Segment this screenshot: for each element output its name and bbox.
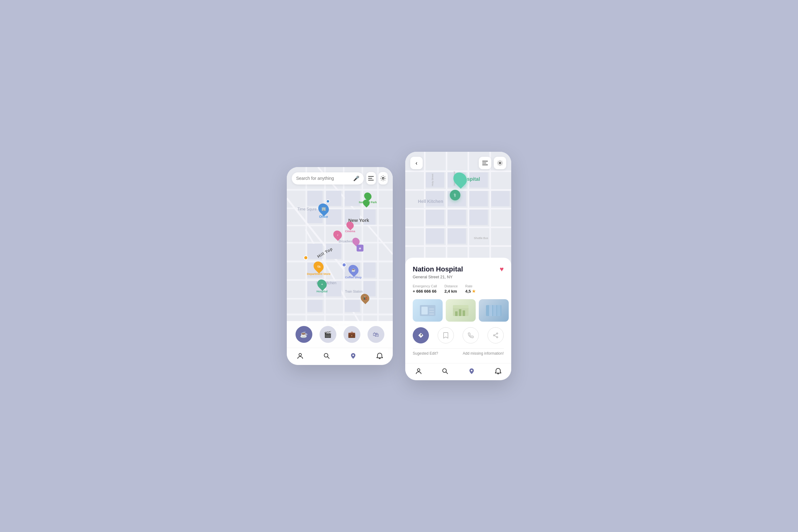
detail-nav-profile-btn[interactable]	[410, 368, 427, 375]
detail-settings-btn[interactable]	[494, 157, 506, 169]
svg-rect-79	[462, 310, 465, 316]
search-area: 🎤	[292, 172, 388, 185]
footer-links: Sugested Edit? Add missing information!	[413, 348, 504, 356]
info-row: Emergency Call + 666 666 66 Distance 2,4…	[413, 284, 504, 293]
hospital-inner-pin[interactable]: ⚕	[450, 190, 460, 201]
svg-rect-59	[426, 210, 444, 225]
svg-point-88	[493, 335, 495, 336]
search-input-wrap[interactable]: 🎤	[292, 172, 364, 185]
photo-1[interactable]	[413, 299, 443, 322]
svg-rect-82	[489, 305, 492, 316]
call-btn[interactable]	[462, 327, 479, 343]
svg-text:Holy Street: Holy Street	[431, 174, 434, 186]
directions-btn[interactable]: ↗	[413, 327, 429, 343]
svg-rect-52	[426, 172, 444, 188]
add-info-link[interactable]: Add missing information!	[463, 351, 504, 356]
svg-rect-5	[287, 261, 393, 262]
back-button[interactable]: ‹	[410, 157, 423, 169]
pink-pin[interactable]	[353, 238, 359, 245]
svg-rect-33	[307, 300, 323, 312]
svg-rect-29	[363, 262, 376, 278]
share-btn[interactable]	[488, 327, 504, 343]
svg-rect-73	[429, 308, 434, 310]
svg-rect-49	[446, 152, 447, 264]
rate-item: Rate 4,5 ★	[465, 284, 476, 293]
menu-icon-btn[interactable]	[366, 172, 376, 185]
detail-map-view: Holy Street James Street Shuttle Bus Hel…	[405, 152, 511, 264]
nav-location-btn[interactable]	[345, 353, 362, 359]
svg-rect-50	[468, 152, 469, 264]
cinema-pin[interactable]: Cinema	[345, 221, 355, 233]
nav-bell-btn[interactable]	[371, 353, 388, 359]
detail-nav-search-btn[interactable]	[437, 368, 454, 375]
svg-rect-60	[448, 210, 466, 225]
svg-rect-62	[426, 228, 444, 244]
dept-store-pin-main[interactable]: 🛍 Department Store	[307, 261, 331, 276]
svg-rect-77	[455, 311, 458, 316]
train-pin[interactable]: 🚂	[361, 293, 369, 303]
svg-line-90	[495, 336, 497, 337]
hospital-detail-pin[interactable]	[454, 172, 466, 186]
quick-cinema-btn[interactable]: 🎬	[320, 326, 336, 343]
detail-menu-btn[interactable]	[479, 157, 491, 169]
distance-value: 2,4 km	[444, 289, 458, 293]
svg-rect-45	[405, 208, 511, 209]
svg-point-87	[497, 337, 498, 338]
rate-label: Rate	[465, 284, 476, 288]
svg-rect-61	[470, 210, 488, 225]
svg-rect-47	[405, 245, 511, 247]
quick-shop-btn[interactable]: 🛍	[367, 326, 384, 343]
svg-rect-46	[405, 227, 511, 228]
train-station-label: Train Station	[345, 290, 363, 293]
settings-icon-btn[interactable]	[378, 172, 388, 185]
coffee-pin-main[interactable]: ☕ Coffee Shop	[345, 265, 362, 279]
office-pin[interactable]: 🏢 Office	[319, 203, 328, 218]
mic-icon[interactable]: 🎤	[353, 175, 359, 182]
svg-rect-3	[287, 225, 393, 226]
distance-item: Distance 2,4 km	[444, 284, 458, 293]
svg-rect-8	[287, 314, 393, 316]
music-pin[interactable]: ♪	[334, 230, 342, 239]
action-row: ↗	[413, 327, 504, 343]
svg-rect-80	[453, 305, 469, 308]
bottom-nav	[287, 348, 393, 365]
svg-rect-12	[343, 167, 344, 348]
quick-coffee-btn[interactable]: ☕	[296, 326, 312, 343]
quick-work-btn[interactable]: 💼	[343, 326, 360, 343]
nav-profile-btn[interactable]	[292, 353, 309, 359]
svg-rect-6	[287, 279, 393, 281]
bookmark-btn[interactable]	[438, 327, 454, 343]
detail-nav-bell-btn[interactable]	[490, 368, 507, 375]
favorite-button[interactable]: ♥	[500, 265, 504, 273]
svg-rect-75	[429, 313, 434, 315]
detail-info-panel: Nation Hospital ♥ General Street 21, NY …	[405, 258, 511, 363]
svg-point-70	[499, 162, 501, 164]
svg-rect-67	[482, 161, 488, 162]
detail-nav-location-btn[interactable]	[463, 368, 480, 375]
nav-search-btn[interactable]	[318, 353, 335, 359]
photos-row	[413, 299, 504, 322]
photo-2[interactable]	[446, 299, 476, 322]
place-header: Nation Hospital ♥	[413, 265, 504, 273]
svg-line-41	[327, 357, 329, 359]
suggest-edit-link[interactable]: Sugested Edit?	[413, 351, 438, 356]
svg-rect-72	[421, 307, 428, 315]
purple-pin[interactable]: ◈	[357, 245, 363, 251]
svg-line-89	[495, 334, 497, 335]
star-icon: ★	[472, 289, 476, 293]
svg-rect-1	[287, 189, 393, 191]
svg-text:↗: ↗	[420, 334, 422, 337]
photo-3[interactable]	[479, 299, 509, 322]
svg-rect-37	[368, 180, 374, 180]
dept-store-pin[interactable]	[304, 255, 308, 260]
hospital-pin[interactable]: + Hospital	[317, 279, 328, 293]
emergency-value: + 666 666 66	[413, 289, 437, 293]
svg-rect-69	[482, 165, 488, 165]
svg-point-91	[417, 369, 420, 371]
search-input[interactable]	[296, 176, 351, 181]
svg-rect-35	[368, 176, 374, 177]
svg-rect-34	[345, 300, 360, 312]
svg-rect-11	[324, 167, 326, 348]
svg-rect-68	[482, 163, 486, 163]
screen-detail: Holy Street James Street Shuttle Bus Hel…	[405, 152, 511, 380]
